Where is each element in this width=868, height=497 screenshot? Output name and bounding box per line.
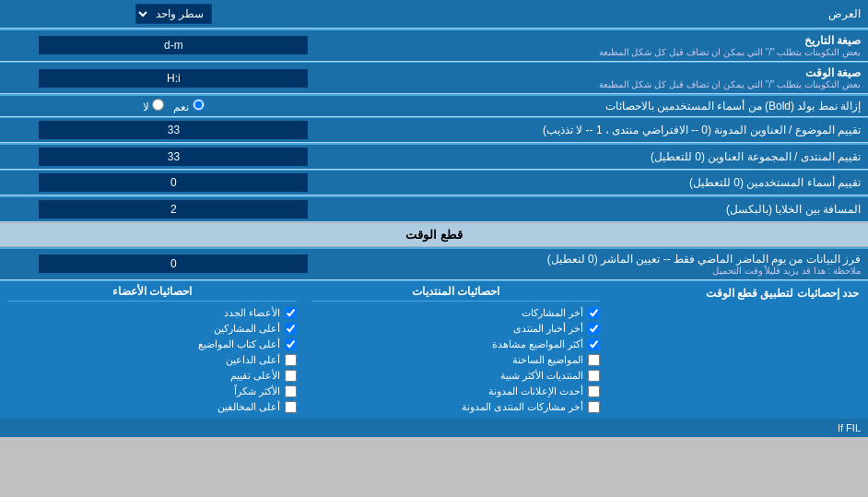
users-order-input-cell bbox=[0, 171, 347, 195]
topics-order-label: تقييم الموضوع / العناوين المدونة (0 -- ا… bbox=[347, 118, 868, 143]
stats-posts-col: احصائيات المنتديات أخر المشاركات أخر أخب… bbox=[304, 281, 608, 419]
cuttime-label: فرز البيانات من يوم الماضر الماضي فقط --… bbox=[347, 249, 868, 280]
date-format-label: صيغة التاريخ بعض التكوينات يتطلب "/" الت… bbox=[347, 30, 868, 62]
stats-members-header: احصائيات الأعضاء bbox=[7, 285, 297, 302]
stats-inner-row: حدد إحصائيات لتطبيق قطع الوقت احصائيات ا… bbox=[0, 281, 868, 419]
space-between-input[interactable] bbox=[39, 200, 308, 219]
bold-yes-label: نعم bbox=[173, 99, 204, 113]
time-format-row: صيغة الوقت بعض التكوينات يتطلب "/" التي … bbox=[0, 63, 868, 94]
stat-members-item-6: أعلى المخالفين bbox=[7, 399, 297, 415]
top-row: العرض سطر واحد سطران ثلاثة أسطر bbox=[0, 0, 868, 29]
space-between-input-cell bbox=[0, 197, 347, 222]
stat-posts-cb-4[interactable] bbox=[588, 370, 600, 382]
date-format-input-cell bbox=[0, 30, 347, 62]
stat-posts-cb-2[interactable] bbox=[588, 338, 600, 350]
time-format-label: صيغة الوقت بعض التكوينات يتطلب "/" التي … bbox=[347, 63, 868, 94]
stat-members-cb-0[interactable] bbox=[285, 307, 297, 319]
cuttime-input-cell bbox=[0, 249, 347, 280]
stats-section-label: حدد إحصائيات لتطبيق قطع الوقت bbox=[607, 281, 868, 419]
space-between-row: المسافة بين الخلايا (بالبكسل) bbox=[0, 197, 868, 222]
stat-posts-cb-5[interactable] bbox=[588, 385, 600, 397]
topics-order-input-cell bbox=[0, 118, 347, 143]
top-label: العرض bbox=[347, 0, 868, 29]
stat-members-item-0: الأعضاء الجدد bbox=[7, 305, 297, 321]
date-format-input[interactable] bbox=[39, 36, 308, 54]
bottom-note-row: If FIL bbox=[0, 419, 868, 437]
stat-members-item-4: الأعلى تقييم bbox=[7, 368, 297, 384]
time-format-input[interactable] bbox=[39, 69, 308, 88]
bold-yes-radio[interactable] bbox=[193, 99, 205, 111]
stats-posts-header: احصائيات المنتديات bbox=[311, 285, 601, 302]
stat-members-item-2: أعلى كتاب المواضيع bbox=[7, 337, 297, 352]
stat-posts-item-1: أخر أخبار المنتدى bbox=[311, 321, 601, 337]
stat-posts-cb-6[interactable] bbox=[588, 401, 600, 413]
stat-members-item-5: الأكثر شكراً bbox=[7, 384, 297, 399]
bold-no-label: لا bbox=[143, 99, 164, 113]
bold-remove-control: نعم لا bbox=[0, 96, 347, 117]
date-format-row: صيغة التاريخ بعض التكوينات يتطلب "/" الت… bbox=[0, 30, 868, 62]
topics-order-input[interactable] bbox=[39, 121, 308, 139]
cuttime-header: قطع الوقت bbox=[0, 223, 868, 247]
stat-posts-item-6: أخر مشاركات المنتدى المدونة bbox=[311, 399, 601, 415]
time-format-input-cell bbox=[0, 63, 347, 94]
bottom-note: If FIL bbox=[0, 419, 868, 437]
top-control-cell: سطر واحد سطران ثلاثة أسطر bbox=[0, 0, 347, 29]
users-order-row: تقييم أسماء المستخدمين (0 للتعطيل) bbox=[0, 171, 868, 195]
stat-posts-item-2: أكثر المواضيع مشاهدة bbox=[311, 337, 601, 352]
forum-order-input[interactable] bbox=[39, 148, 308, 166]
stat-members-cb-6[interactable] bbox=[285, 401, 297, 413]
stat-posts-cb-1[interactable] bbox=[588, 323, 600, 335]
stat-posts-item-4: المنتديات الأكثر شبية bbox=[311, 368, 601, 384]
forum-order-label: تقييم المنتدى / المجموعة العناوين (0 للت… bbox=[347, 145, 868, 170]
stat-members-cb-3[interactable] bbox=[285, 354, 297, 366]
stat-members-item-3: أعلى الداعين bbox=[7, 352, 297, 368]
users-order-label: تقييم أسماء المستخدمين (0 للتعطيل) bbox=[347, 171, 868, 195]
cuttime-input[interactable] bbox=[39, 254, 308, 273]
bold-remove-label: إزالة نمط بولد (Bold) من أسماء المستخدمي… bbox=[347, 96, 868, 117]
users-order-input[interactable] bbox=[39, 173, 308, 192]
bold-remove-row: إزالة نمط بولد (Bold) من أسماء المستخدمي… bbox=[0, 96, 868, 117]
forum-order-row: تقييم المنتدى / المجموعة العناوين (0 للت… bbox=[0, 145, 868, 170]
stat-members-cb-5[interactable] bbox=[285, 385, 297, 397]
stats-row: حدد إحصائيات لتطبيق قطع الوقت احصائيات ا… bbox=[0, 281, 868, 419]
stat-posts-item-3: المواضيع الساخنة bbox=[311, 352, 601, 368]
stat-members-cb-1[interactable] bbox=[285, 323, 297, 335]
stat-posts-item-5: أحدث الإعلانات المدونة bbox=[311, 384, 601, 399]
stat-members-cb-4[interactable] bbox=[285, 370, 297, 382]
stat-posts-cb-0[interactable] bbox=[588, 307, 600, 319]
stat-members-item-1: أعلى المشاركين bbox=[7, 321, 297, 337]
forum-order-input-cell bbox=[0, 145, 347, 170]
topics-order-row: تقييم الموضوع / العناوين المدونة (0 -- ا… bbox=[0, 118, 868, 143]
cuttime-data-row: فرز البيانات من يوم الماضر الماضي فقط --… bbox=[0, 249, 868, 280]
cuttime-header-row: قطع الوقت bbox=[0, 223, 868, 247]
space-between-label: المسافة بين الخلايا (بالبكسل) bbox=[347, 197, 868, 222]
stats-members-col: احصائيات الأعضاء الأعضاء الجدد أعلى المش… bbox=[0, 281, 304, 419]
display-select[interactable]: سطر واحد سطران ثلاثة أسطر bbox=[135, 4, 212, 24]
stat-posts-item-0: أخر المشاركات bbox=[311, 305, 601, 321]
stat-members-cb-2[interactable] bbox=[285, 338, 297, 350]
stat-posts-cb-3[interactable] bbox=[588, 354, 600, 366]
bold-no-radio[interactable] bbox=[152, 99, 164, 111]
